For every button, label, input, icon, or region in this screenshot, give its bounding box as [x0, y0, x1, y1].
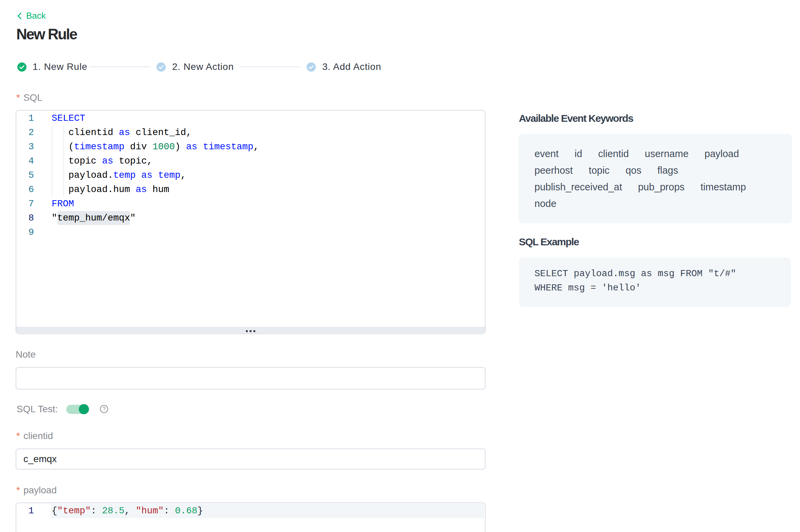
- svg-text:?: ?: [103, 406, 106, 412]
